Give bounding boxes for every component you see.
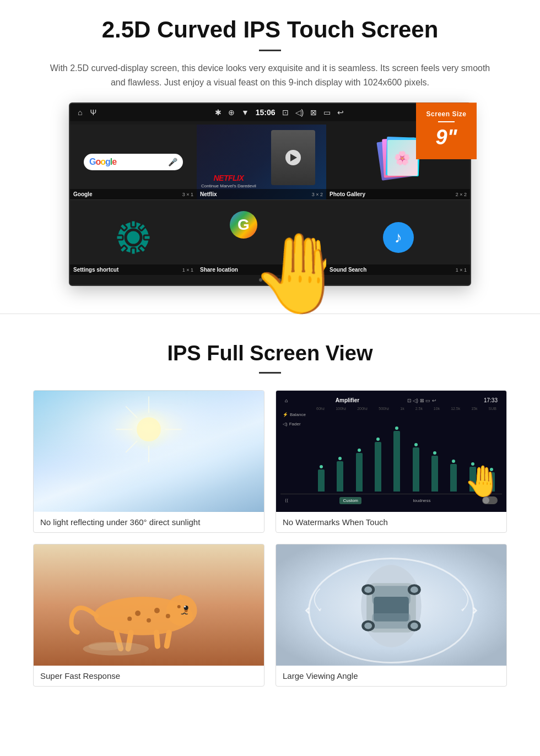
google-name: Google bbox=[73, 191, 92, 197]
svg-rect-4 bbox=[144, 235, 150, 240]
eq-bar-3 bbox=[356, 453, 363, 492]
status-left: ⌂ Ψ bbox=[78, 108, 96, 117]
eq-bar-6 bbox=[413, 447, 419, 492]
screen-size-badge: Screen Size 9" bbox=[416, 102, 477, 159]
screen-mockup: Screen Size 9" ⌂ Ψ ✱ ⊕ ▼ 15:06 ⊡ ◁) ⊠ bbox=[69, 102, 471, 286]
eq-bars-container: 🤚 bbox=[311, 412, 502, 494]
nav-dot-1[interactable] bbox=[259, 278, 262, 282]
svg-point-51 bbox=[411, 586, 418, 593]
eq-loudness-toggle[interactable] bbox=[482, 496, 498, 504]
svg-point-24 bbox=[147, 618, 151, 623]
eq-bar-1 bbox=[318, 469, 325, 492]
car-svg bbox=[276, 544, 506, 666]
app-grid-row2: Settings shortcut 1 × 1 G 🤚 Share locati… bbox=[70, 199, 470, 275]
svg-point-25 bbox=[127, 617, 132, 621]
eq-dot-4 bbox=[376, 438, 380, 441]
eq-icons: ⊡ ◁) ⊠ ▭ ↩ bbox=[407, 398, 436, 403]
settings-cell[interactable]: Settings shortcut 1 × 1 bbox=[70, 200, 197, 275]
eq-dot-6 bbox=[414, 443, 418, 446]
netflix-figure bbox=[271, 130, 315, 185]
google-maps-icon: G bbox=[230, 211, 257, 239]
settings-size: 1 × 1 bbox=[182, 267, 193, 273]
camera-icon[interactable]: ⊡ bbox=[282, 108, 289, 117]
back-icon[interactable]: ↩ bbox=[337, 108, 344, 117]
svg-point-26 bbox=[154, 608, 160, 613]
close-icon[interactable]: ⊠ bbox=[310, 108, 317, 117]
section-divider bbox=[0, 314, 540, 314]
play-button[interactable] bbox=[285, 150, 301, 165]
svg-point-27 bbox=[166, 614, 170, 618]
wifi-icon: ▼ bbox=[241, 108, 249, 117]
eq-loudness-label: loudness bbox=[413, 498, 431, 503]
sound-search-icon: ♪ bbox=[383, 222, 414, 253]
svg-point-38 bbox=[89, 642, 122, 651]
sound-search-cell[interactable]: ♪ Sound Search 1 × 1 bbox=[326, 200, 470, 275]
usb-icon: Ψ bbox=[90, 108, 96, 117]
sound-search-label: Sound Search 1 × 1 bbox=[326, 264, 470, 275]
svg-point-23 bbox=[135, 611, 141, 616]
svg-rect-45 bbox=[372, 613, 411, 629]
status-center: ✱ ⊕ ▼ 15:06 ⊡ ◁) ⊠ ▭ ↩ bbox=[215, 108, 344, 117]
eq-dot-1 bbox=[320, 465, 323, 468]
location-icon: ⊕ bbox=[228, 108, 235, 117]
car-image bbox=[276, 544, 506, 666]
sunlight-card: No light reflecting under 360° direct su… bbox=[33, 390, 264, 533]
section1: 2.5D Curved IPS Touch Screen With 2.5D c… bbox=[0, 0, 540, 297]
badge-divider bbox=[438, 121, 455, 122]
eq-dot-7 bbox=[433, 451, 436, 455]
netflix-size: 3 × 2 bbox=[312, 192, 323, 197]
badge-size: 9" bbox=[426, 126, 467, 149]
eq-custom-button[interactable]: Custom bbox=[339, 497, 361, 504]
bluetooth-icon: ✱ bbox=[215, 108, 222, 117]
svg-point-19 bbox=[137, 417, 161, 441]
svg-point-28 bbox=[177, 605, 181, 608]
svg-point-22 bbox=[166, 595, 197, 626]
eq-time: 17:33 bbox=[484, 397, 498, 403]
badge-label: Screen Size bbox=[426, 110, 467, 118]
svg-rect-3 bbox=[116, 235, 123, 240]
photo-gallery-label: Photo Gallery 2 × 2 bbox=[326, 189, 470, 199]
eq-bars-area: 60hz100hz200hz500hz1k2.5k10k12.5k15kSUB bbox=[311, 406, 502, 494]
equalizer-card: ⌂ Amplifier ⊡ ◁) ⊠ ▭ ↩ 17:33 ⚡Balance ◁)… bbox=[276, 390, 507, 533]
status-time: 15:06 bbox=[256, 108, 276, 117]
nav-dot-3[interactable] bbox=[278, 278, 281, 282]
section2-title-underline bbox=[259, 372, 281, 374]
eq-home-icon: ⌂ bbox=[285, 398, 288, 403]
section1-title-underline bbox=[259, 50, 281, 51]
netflix-cell[interactable]: NETFLIX Continue Marvel's Daredevil Netf… bbox=[197, 125, 326, 199]
settings-label: Settings shortcut 1 × 1 bbox=[70, 264, 197, 275]
section2-title: IPS Full Screen View bbox=[33, 342, 507, 365]
home-icon[interactable]: ⌂ bbox=[78, 108, 82, 117]
eq-bar-8 bbox=[450, 464, 457, 492]
svg-point-53 bbox=[411, 623, 418, 629]
svg-rect-2 bbox=[131, 248, 136, 255]
svg-point-50 bbox=[364, 586, 372, 593]
netflix-logo: NETFLIX bbox=[201, 174, 256, 182]
google-cell[interactable]: Google 🎤 Google 3 × 1 bbox=[70, 125, 197, 199]
equalizer-caption: No Watermarks When Touch bbox=[276, 512, 506, 532]
volume-icon[interactable]: ◁) bbox=[295, 108, 304, 117]
eq-dot-3 bbox=[358, 449, 361, 452]
android-screen: ⌂ Ψ ✱ ⊕ ▼ 15:06 ⊡ ◁) ⊠ ▭ ↩ bbox=[69, 102, 471, 286]
svg-point-9 bbox=[126, 230, 141, 245]
netflix-info: NETFLIX Continue Marvel's Daredevil bbox=[201, 174, 256, 188]
window-icon[interactable]: ▭ bbox=[323, 108, 331, 117]
section1-title: 2.5D Curved IPS Touch Screen bbox=[33, 17, 507, 43]
sky-svg bbox=[34, 391, 264, 512]
sunlight-image bbox=[34, 391, 264, 512]
app-grid-row1: Google 🎤 Google 3 × 1 bbox=[70, 121, 470, 199]
google-logo: Google bbox=[89, 157, 116, 167]
eq-freq-labels: 60hz100hz200hz500hz1k2.5k10k12.5k15kSUB bbox=[311, 406, 502, 412]
google-size: 3 × 1 bbox=[182, 192, 193, 197]
google-label: Google 3 × 1 bbox=[70, 189, 197, 199]
photo-flower: 🌸 bbox=[387, 140, 418, 176]
eq-main: ⚡Balance ◁)Fader 60hz100hz200hz500hz1k2.… bbox=[280, 406, 502, 494]
eq-bar-7 bbox=[431, 456, 438, 492]
google-search-bar[interactable]: Google 🎤 bbox=[84, 154, 183, 170]
share-location-cell[interactable]: G 🤚 Share location 1 × 1 bbox=[197, 200, 326, 275]
cheetah-svg bbox=[34, 544, 264, 666]
eq-dot-8 bbox=[452, 460, 455, 463]
mic-icon[interactable]: 🎤 bbox=[168, 158, 177, 166]
nav-dot-2[interactable] bbox=[266, 278, 274, 282]
eq-header: ⌂ Amplifier ⊡ ◁) ⊠ ▭ ↩ 17:33 bbox=[280, 395, 502, 406]
